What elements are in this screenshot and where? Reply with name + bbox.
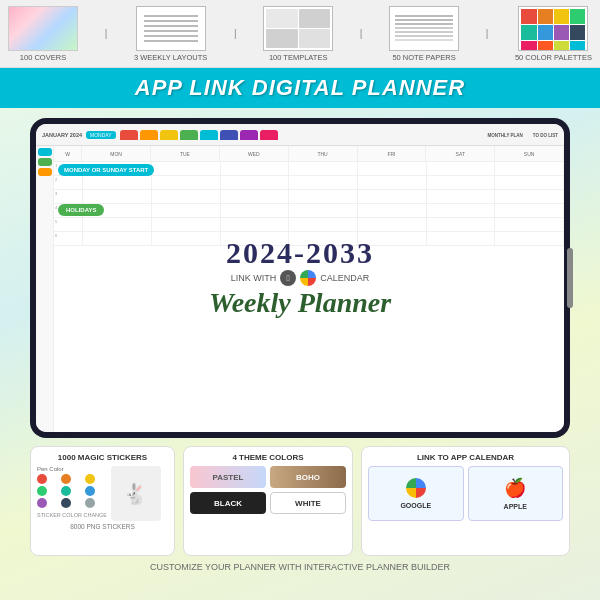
cell-4-7 [495, 204, 564, 217]
app-link-row: GOOGLE 🍎 APPLE [368, 466, 563, 521]
cell-1-7 [495, 162, 564, 175]
cell-4-4 [289, 204, 358, 217]
cell-5-1 [83, 218, 152, 231]
banner-title: APP LINK DIGITAL PLANNER [135, 75, 465, 101]
google-app-card[interactable]: GOOGLE [368, 466, 464, 521]
bottom-text: CUSTOMIZE YOUR PLANNER WITH INTERACTIVE … [150, 562, 450, 572]
layouts-thumb [136, 6, 206, 51]
cell-1-3 [221, 162, 290, 175]
cell-3-4 [289, 190, 358, 203]
cell-3-6 [427, 190, 496, 203]
link-app-title: LINK TO APP CALENDAR [368, 453, 563, 462]
link-app-box: LINK TO APP CALENDAR GOOGLE 🍎 APPLE [361, 446, 570, 556]
tablet-ring [567, 248, 573, 308]
tablet-screen: JANUARY 2024 MONDAY MONTHLY PLAN TO DO L… [36, 124, 564, 432]
cell-3-7 [495, 190, 564, 203]
cell-5-6 [427, 218, 496, 231]
cell-5-5 [358, 218, 427, 231]
cell-2-1 [83, 176, 152, 189]
cell-1-4 [289, 162, 358, 175]
col-fri: FRI [358, 146, 427, 161]
planner-content: W MON TUE WED THU FRI SAT SUN 1 [54, 146, 564, 432]
sticker-image: 🐇 [111, 466, 161, 521]
themes-box: 4 THEME COLORS PASTEL BOHO BLACK WHITE [183, 446, 353, 556]
apple-app-icon: 🍎 [504, 477, 526, 499]
main-area: JANUARY 2024 MONDAY MONTHLY PLAN TO DO L… [0, 108, 600, 600]
theme-pastel-btn[interactable]: PASTEL [190, 466, 266, 488]
cell-3-2 [152, 190, 221, 203]
col-wed: WED [220, 146, 289, 161]
cell-1-5 [358, 162, 427, 175]
grid-row-6: 6 [54, 232, 564, 246]
theme-white-btn[interactable]: WHITE [270, 492, 346, 514]
cell-2-3 [221, 176, 290, 189]
sep4: | [484, 28, 491, 39]
cell-4-3 [221, 204, 290, 217]
cell-6-6 [427, 232, 496, 245]
cell-3-1 [83, 190, 152, 203]
notepapers-thumb [389, 6, 459, 51]
col-sat: SAT [426, 146, 495, 161]
cell-1-2 [152, 162, 221, 175]
week-num-3: 3 [54, 190, 83, 203]
cell-6-3 [221, 232, 290, 245]
day-badge: MONDAY [86, 131, 116, 139]
google-label: GOOGLE [400, 502, 431, 509]
sticker-subtitle: 8000 PNG STICKERS [37, 523, 168, 530]
cell-6-7 [495, 232, 564, 245]
monthly-plan-label: MONTHLY PLAN [488, 133, 523, 138]
theme-black-btn[interactable]: BLACK [190, 492, 266, 514]
cell-6-2 [152, 232, 221, 245]
sticker-change-label: STICKER COLOR CHANGE [37, 512, 107, 518]
week-num-2: 2 [54, 176, 83, 189]
stickers-title: 1000 MAGIC STICKERS [37, 453, 168, 462]
tablet-device: JANUARY 2024 MONDAY MONTHLY PLAN TO DO L… [30, 118, 570, 438]
layouts-preview: 3 WEEKLY LAYOUTS [134, 6, 207, 62]
stickers-box: 1000 MAGIC STICKERS Pen Color STICKER CO… [30, 446, 175, 556]
apple-label: APPLE [504, 503, 527, 510]
col-w: W [54, 146, 82, 161]
cell-4-2 [152, 204, 221, 217]
apple-app-card[interactable]: 🍎 APPLE [468, 466, 564, 521]
covers-label: 100 COVERS [20, 53, 66, 62]
sidebar-btn-1[interactable] [38, 148, 52, 156]
palettes-label: 50 COLOR PALETTES [515, 53, 592, 62]
holidays-badge: HOLIDAYS [58, 204, 104, 216]
cell-4-5 [358, 204, 427, 217]
cell-6-1 [83, 232, 152, 245]
banner: APP LINK DIGITAL PLANNER [0, 68, 600, 108]
cell-3-5 [358, 190, 427, 203]
sticker-preview: Pen Color STICKER COLOR CHANGE 🐇 [37, 466, 168, 521]
pen-color-label: Pen Color [37, 466, 107, 472]
monday-badge: MONDAY OR SUNDAY START [58, 164, 154, 176]
top-preview-strip: 100 COVERS | 3 WEEKLY LAYOUTS | 10 [0, 0, 600, 68]
sep2: | [232, 28, 239, 39]
theme-grid: PASTEL BOHO BLACK WHITE [190, 466, 346, 514]
sep1: | [103, 28, 110, 39]
palettes-preview: 50 COLOR PALETTES [515, 6, 592, 62]
themes-title: 4 THEME COLORS [190, 453, 346, 462]
cell-4-6 [427, 204, 496, 217]
palettes-thumb [518, 6, 588, 51]
col-tue: TUE [151, 146, 220, 161]
covers-thumb [8, 6, 78, 51]
cell-5-2 [152, 218, 221, 231]
cell-6-4 [289, 232, 358, 245]
notepapers-label: 50 NOTE PAPERS [392, 53, 455, 62]
week-num-5: 5 [54, 218, 83, 231]
cell-2-6 [427, 176, 496, 189]
sticker-colors-grid: Pen Color STICKER COLOR CHANGE [37, 466, 107, 521]
sidebar-btn-3[interactable] [38, 168, 52, 176]
notepapers-preview: 50 NOTE PAPERS [389, 6, 459, 62]
col-sun: SUN [495, 146, 564, 161]
grid-row-3: 3 [54, 190, 564, 204]
sidebar-btn-2[interactable] [38, 158, 52, 166]
theme-boho-btn[interactable]: BOHO [270, 466, 346, 488]
grid-row-5: 5 [54, 218, 564, 232]
layouts-label: 3 WEEKLY LAYOUTS [134, 53, 207, 62]
cell-2-5 [358, 176, 427, 189]
week-num-6: 6 [54, 232, 83, 245]
templates-preview: 100 TEMPLATES [263, 6, 333, 62]
planner-body: W MON TUE WED THU FRI SAT SUN 1 [36, 146, 564, 432]
month-label: JANUARY 2024 [42, 132, 82, 138]
